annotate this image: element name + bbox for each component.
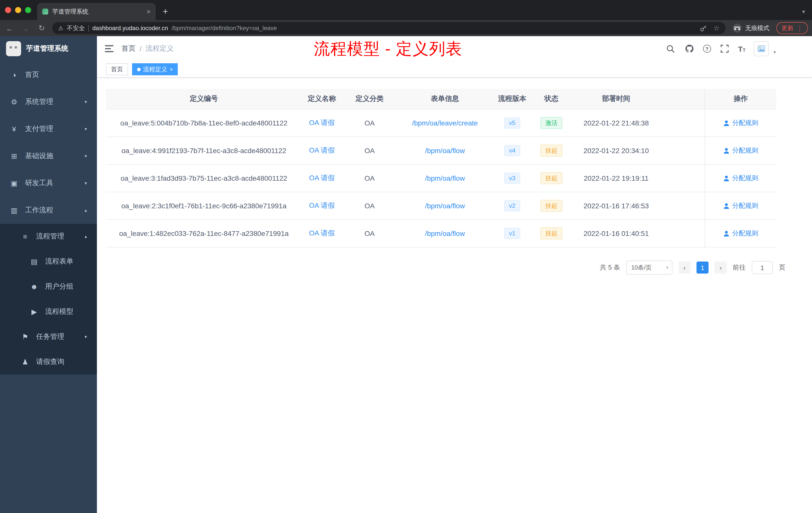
browser-tab-strip: 芋道管理系统 × + ▾ <box>0 0 812 20</box>
bookmark-star-icon[interactable]: ☆ <box>713 24 720 32</box>
forward-button[interactable]: → <box>20 24 31 32</box>
chevron-down-icon: ▾ <box>85 99 87 104</box>
refresh-button[interactable]: ↻ <box>36 24 47 33</box>
new-tab-button[interactable]: + <box>156 3 175 20</box>
sidebar-item-infrastructure[interactable]: ⊞ 基础设施 ▾ <box>0 143 97 170</box>
tab-close-icon[interactable]: × <box>147 8 151 15</box>
form-link[interactable]: /bpm/oa/flow <box>425 230 465 237</box>
cell-category: OA <box>342 202 397 210</box>
cell-definition-id: oa_leave:5:004b710b-7b8a-11ec-8ef0-acde4… <box>106 119 302 127</box>
minimize-window-button[interactable] <box>15 7 21 13</box>
sidebar-item-system-mgmt[interactable]: ⚙ 系统管理 ▾ <box>0 88 97 116</box>
tag-close-icon[interactable]: × <box>170 66 173 72</box>
definition-name-link[interactable]: OA 请假 <box>309 174 335 182</box>
address-bar[interactable]: ⚠ 不安全 dashboard.yudao.iocoder.cn/bpm/man… <box>52 22 726 34</box>
cell-definition-id: oa_leave:3:1fad3d93-7b75-11ec-a3c8-acde4… <box>106 174 302 182</box>
next-page-button[interactable]: › <box>715 262 727 274</box>
form-link[interactable]: /bpm/oa/flow <box>425 147 465 155</box>
sidebar-item-process-model[interactable]: ▶ 流程模型 <box>0 299 97 324</box>
sidebar-item-process-mgmt[interactable]: ≡ 流程管理 ▴ <box>0 224 97 249</box>
assign-rule-button[interactable]: 分配规则 <box>723 201 758 210</box>
sidebar-item-dev-tools[interactable]: ▣ 研发工具 ▾ <box>0 170 97 197</box>
flag-icon: ⚑ <box>21 333 29 341</box>
sidebar-item-workflow[interactable]: ▥ 工作流程 ▴ <box>0 197 97 224</box>
tags-view: 首页 流程定义 × <box>97 61 812 78</box>
goto-label: 前往 <box>733 263 746 272</box>
security-label[interactable]: 不安全 <box>67 24 85 32</box>
assign-rule-label: 分配规则 <box>732 174 758 183</box>
current-page-button[interactable]: 1 <box>696 262 708 274</box>
sidebar-toggle-icon[interactable] <box>97 45 121 52</box>
definition-name-link[interactable]: OA 请假 <box>309 146 335 154</box>
logo-avatar <box>6 41 21 56</box>
cell-category: OA <box>342 119 397 127</box>
definition-name-link[interactable]: OA 请假 <box>309 201 335 209</box>
breadcrumb-home[interactable]: 首页 <box>121 44 136 53</box>
sidebar-item-label: 研发工具 <box>25 179 85 188</box>
close-window-button[interactable] <box>5 7 11 13</box>
definition-name-link[interactable]: OA 请假 <box>309 118 335 126</box>
page-unit-label: 页 <box>779 263 785 272</box>
goto-page-input[interactable] <box>752 261 773 274</box>
users-icon: ☻ <box>30 282 38 291</box>
assign-rule-button[interactable]: 分配规则 <box>723 118 758 127</box>
assign-rule-button[interactable]: 分配规则 <box>723 146 758 155</box>
page-size-select[interactable]: 10条/页 ▾ <box>626 261 672 275</box>
tab-search-caret-icon[interactable]: ▾ <box>795 3 812 20</box>
avatar[interactable] <box>754 41 769 56</box>
sidebar-item-task-mgmt[interactable]: ⚑ 任务管理 ▾ <box>0 324 97 350</box>
fullscreen-icon[interactable] <box>720 44 730 54</box>
omnibox-divider <box>88 25 89 31</box>
browser-update-button[interactable]: 更新 ⋮ <box>776 22 808 34</box>
assign-rule-label: 分配规则 <box>732 201 758 210</box>
send-icon: ▶ <box>30 308 38 316</box>
github-icon[interactable] <box>685 44 695 54</box>
sidebar-item-process-form[interactable]: ▤ 流程表单 <box>0 249 97 274</box>
search-icon[interactable] <box>666 44 676 54</box>
sidebar-item-label: 基础设施 <box>25 152 85 161</box>
browser-tab[interactable]: 芋道管理系统 × <box>37 3 156 20</box>
browser-menu-icon[interactable]: ⋮ <box>796 24 803 32</box>
version-badge: v5 <box>504 117 520 128</box>
help-icon[interactable]: ? <box>703 45 711 53</box>
caret-down-icon[interactable]: ▾ <box>774 50 776 55</box>
key-icon[interactable] <box>700 24 707 32</box>
table-header-row: 定义编号 定义名称 定义分类 表单信息 流程版本 状态 部署时间 操作 <box>106 89 776 110</box>
assign-rule-button[interactable]: 分配规则 <box>723 174 758 183</box>
col-header-category: 定义分类 <box>342 94 397 103</box>
sidebar-item-label: 流程管理 <box>36 232 85 241</box>
tag-home[interactable]: 首页 <box>106 63 128 75</box>
maximize-window-button[interactable] <box>25 7 31 13</box>
sidebar-item-user-group[interactable]: ☻ 用户分组 <box>0 274 97 299</box>
tag-process-definition[interactable]: 流程定义 × <box>132 63 178 75</box>
table-row: oa_leave:2:3c1f0ef1-76b1-11ec-9c66-a2380… <box>106 192 776 220</box>
sidebar-item-label: 工作流程 <box>25 206 85 215</box>
cell-deploy-time: 2022-01-16 17:46:53 <box>571 202 661 210</box>
sidebar-item-payment-mgmt[interactable]: ¥ 支付管理 ▾ <box>0 116 97 143</box>
sidebar-item-label: 支付管理 <box>25 124 85 133</box>
col-header-time: 部署时间 <box>571 94 661 103</box>
sidebar-item-label: 系统管理 <box>25 97 85 107</box>
assign-rule-button[interactable]: 分配规则 <box>723 229 758 238</box>
sidebar-logo[interactable]: 芋道管理系统 <box>0 36 97 61</box>
table-row: oa_leave:1:482ec033-762a-11ec-8477-a2380… <box>106 220 776 247</box>
main-area: 首页 / 流程定义 流程模型 - 定义列表 ? TT <box>97 36 812 513</box>
prev-page-button[interactable]: ‹ <box>678 262 691 274</box>
definition-name-link[interactable]: OA 请假 <box>309 229 335 237</box>
form-link[interactable]: /bpm/oa/leave/create <box>412 119 478 127</box>
form-link[interactable]: /bpm/oa/flow <box>425 202 465 210</box>
cell-category: OA <box>342 174 397 182</box>
pagination: 共 5 条 10条/页 ▾ ‹ 1 › 前往 页 <box>115 261 785 275</box>
chevron-down-icon: ▾ <box>85 334 87 339</box>
form-link[interactable]: /bpm/oa/flow <box>425 174 465 182</box>
back-button[interactable]: ← <box>4 24 15 32</box>
font-size-icon[interactable]: TT <box>738 44 746 53</box>
active-dot <box>137 67 141 71</box>
toolbox-icon: ▣ <box>10 179 18 187</box>
sidebar-item-label: 流程模型 <box>45 307 97 316</box>
update-label: 更新 <box>781 24 793 32</box>
sidebar-item-label: 流程表单 <box>45 257 97 266</box>
sidebar-item-leave-query[interactable]: ♟ 请假查询 <box>0 350 97 374</box>
browser-window: 芋道管理系统 × + ▾ ← → ↻ ⚠ 不安全 dashboard.yudao… <box>0 0 812 513</box>
sidebar-item-home[interactable]: ◑ 首页 <box>0 61 97 88</box>
